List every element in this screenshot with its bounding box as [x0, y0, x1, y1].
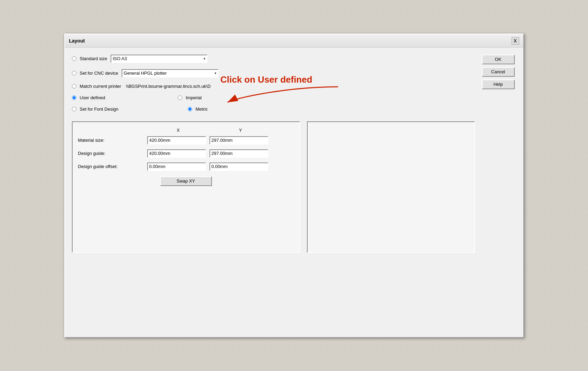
annotation-container: Click on User defined: [221, 74, 352, 108]
help-button[interactable]: Help: [482, 80, 515, 89]
cnc-device-label: Set for CNC device: [80, 71, 118, 76]
cnc-device-select[interactable]: General HPGL plotter Other device: [122, 69, 218, 77]
design-guide-offset-row: Design guide offset:: [78, 163, 294, 171]
design-guide-label: Design guide:: [78, 151, 147, 156]
user-defined-radio[interactable]: [72, 95, 76, 100]
main-content: Standard size ISO A3 ISO A4 ISO A2 ISO A…: [72, 55, 475, 253]
bottom-panels: X Y Material size: Design guide:: [72, 118, 475, 253]
measurements-header-y: Y: [209, 128, 272, 133]
design-guide-x-input[interactable]: [147, 149, 206, 158]
material-size-y-input[interactable]: [209, 136, 268, 145]
match-printer-label: Match current printer: [80, 84, 121, 89]
printer-path: \\BGSPrint.bourne-grammar.lincs.sch.uk\D: [126, 84, 211, 89]
cnc-device-radio[interactable]: [72, 71, 76, 75]
standard-size-radio[interactable]: [72, 56, 76, 61]
dialog-body: Standard size ISO A3 ISO A4 ISO A2 ISO A…: [65, 48, 523, 260]
imperial-label: Imperial: [186, 95, 202, 100]
standard-size-select[interactable]: ISO A3 ISO A4 ISO A2 ISO A1 ISO A0: [111, 55, 207, 63]
design-guide-y-input[interactable]: [209, 149, 268, 158]
close-button[interactable]: X: [512, 37, 519, 45]
match-printer-radio[interactable]: [72, 84, 76, 89]
design-guide-offset-x-input[interactable]: [147, 163, 206, 171]
standard-size-select-wrapper: ISO A3 ISO A4 ISO A2 ISO A1 ISO A0: [111, 55, 207, 63]
cancel-button[interactable]: Cancel: [482, 67, 515, 77]
material-size-row: Material size:: [78, 136, 294, 145]
side-buttons: OK Cancel Help: [482, 55, 516, 253]
material-size-x-input[interactable]: [147, 136, 206, 145]
user-defined-annotation-area: Click on User defined User defin: [72, 95, 475, 100]
dialog-title: Layout: [69, 38, 85, 44]
imperial-radio[interactable]: [178, 95, 182, 100]
preview-panel: [307, 121, 475, 253]
standard-size-row: Standard size ISO A3 ISO A4 ISO A2 ISO A…: [72, 55, 475, 63]
imperial-option: Imperial: [178, 95, 202, 100]
material-size-label: Material size:: [78, 138, 147, 143]
swap-xy-button[interactable]: Swap XY: [160, 176, 212, 186]
measurements-header: X Y: [78, 128, 294, 133]
design-guide-row: Design guide:: [78, 149, 294, 158]
metric-option: Metric: [188, 106, 208, 112]
annotation-arrow: [221, 83, 352, 108]
ok-button[interactable]: OK: [482, 55, 515, 64]
measurements-header-blank: [78, 128, 147, 133]
design-guide-offset-y-input[interactable]: [209, 163, 268, 171]
metric-radio[interactable]: [188, 107, 192, 111]
measurements-header-x: X: [147, 128, 209, 133]
layout-dialog: Layout X Standard size ISO A3 ISO A4 ISO…: [64, 34, 524, 338]
font-design-label: Set for Font Design: [80, 106, 119, 112]
metric-label: Metric: [196, 106, 208, 112]
cnc-device-select-wrapper: General HPGL plotter Other device: [122, 69, 218, 77]
user-defined-label: User defined: [80, 95, 105, 100]
design-guide-offset-label: Design guide offset:: [78, 164, 147, 169]
title-bar: Layout X: [65, 34, 523, 48]
font-design-radio[interactable]: [72, 107, 76, 111]
measurements-panel: X Y Material size: Design guide:: [72, 121, 300, 253]
standard-size-label: Standard size: [80, 56, 108, 61]
